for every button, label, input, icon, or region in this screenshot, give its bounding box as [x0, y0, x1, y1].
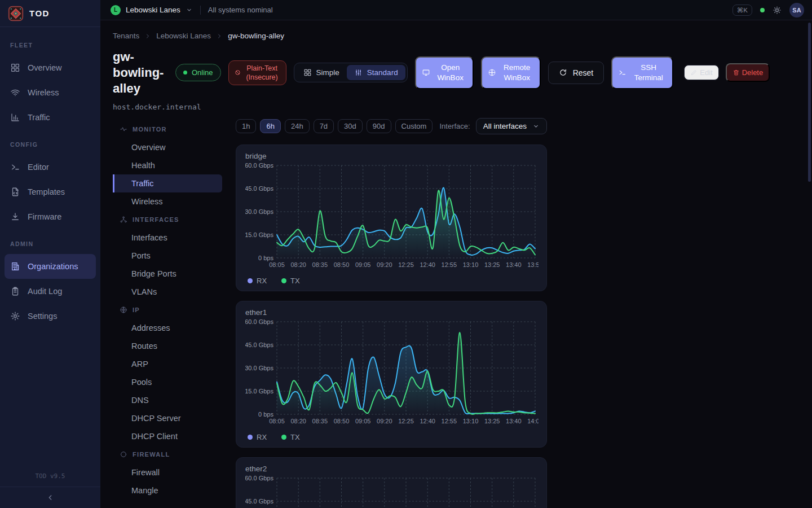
- theme-toggle-button[interactable]: [773, 6, 782, 15]
- legend-rx-dot-icon: [248, 435, 253, 440]
- svg-text:08:20: 08:20: [290, 261, 306, 268]
- device-nav-item-dhcp-server[interactable]: DHCP Server: [113, 409, 222, 427]
- sidebar-item-audit-log[interactable]: Audit Log: [5, 279, 96, 304]
- ssh-terminal-button[interactable]: SSH Terminal: [611, 56, 673, 89]
- time-range-30d[interactable]: 30d: [338, 119, 363, 133]
- rug-logo-icon: [8, 6, 24, 21]
- online-dot-icon: [183, 71, 187, 75]
- app-name: TOD: [29, 8, 50, 18]
- time-range-24h[interactable]: 24h: [285, 119, 310, 133]
- chart-title: ether2: [245, 465, 537, 473]
- svg-text:08:05: 08:05: [269, 418, 285, 424]
- device-nav-item-traffic[interactable]: Traffic: [113, 174, 222, 192]
- remote-winbox-label: Remote WinBox: [500, 63, 534, 83]
- sidebar-item-traffic[interactable]: Traffic: [5, 105, 96, 130]
- sidebar-item-templates[interactable]: Templates: [5, 179, 96, 204]
- grid-icon: [303, 68, 312, 77]
- chart-legend: RXTX: [245, 277, 537, 285]
- device-nav-item-bridge-ports[interactable]: Bridge Ports: [113, 265, 222, 283]
- sidebar-collapse-button[interactable]: [0, 487, 100, 508]
- command-palette-shortcut[interactable]: ⌘K: [732, 5, 752, 16]
- sidebar-item-firmware[interactable]: Firmware: [5, 204, 96, 229]
- sliders-icon: [354, 68, 363, 77]
- view-mode-simple[interactable]: Simple: [296, 65, 347, 80]
- interface-select[interactable]: All interfaces: [476, 118, 547, 134]
- trash-icon: [732, 69, 740, 76]
- time-range-7d[interactable]: 7d: [314, 119, 334, 133]
- open-winbox-button[interactable]: Open WinBox: [415, 56, 474, 89]
- topbar: L Lebowski Lanes All systems nominal ⌘K …: [100, 0, 812, 20]
- device-nav-item-addresses[interactable]: Addresses: [113, 319, 222, 337]
- remote-winbox-button[interactable]: Remote WinBox: [481, 56, 541, 89]
- breadcrumb-tenant[interactable]: Lebowski Lanes: [156, 32, 211, 40]
- time-range-custom[interactable]: Custom: [395, 119, 433, 133]
- chart-legend: RXTX: [245, 433, 537, 441]
- time-range-6h[interactable]: 6h: [260, 119, 280, 133]
- time-range-1h[interactable]: 1h: [236, 119, 256, 133]
- device-nav-item-firewall[interactable]: Firewall: [113, 463, 222, 481]
- device-nav-item-wireless[interactable]: Wireless: [113, 192, 222, 211]
- svg-text:15.0 Gbps: 15.0 Gbps: [245, 387, 273, 394]
- sidebar-item-overview[interactable]: Overview: [5, 55, 96, 80]
- svg-text:09:20: 09:20: [377, 261, 392, 268]
- device-nav-item-arp[interactable]: ARP: [113, 355, 222, 373]
- device-nav-item-ports[interactable]: Ports: [113, 247, 222, 265]
- system-status-text: All systems nominal: [208, 6, 273, 14]
- breadcrumb-tenants[interactable]: Tenants: [113, 32, 139, 40]
- chevron-down-icon: [186, 6, 193, 14]
- tenant-name: Lebowski Lanes: [126, 6, 180, 14]
- sidebar-item-wireless[interactable]: Wireless: [5, 80, 96, 105]
- insecure-warning-badge: Plain-Text (Insecure): [228, 60, 286, 86]
- device-header: gw-bowling-alley Online Plain-Text (Inse…: [113, 49, 800, 97]
- time-range-90d[interactable]: 90d: [367, 119, 391, 133]
- device-nav-item-overview[interactable]: Overview: [113, 138, 222, 156]
- sidebar-item-label: Firmware: [28, 212, 61, 221]
- sidebar-item-organizations[interactable]: Organizations: [5, 254, 96, 279]
- device-body: MONITOROverviewHealthTrafficWirelessINTE…: [113, 118, 800, 508]
- online-status-badge: Online: [175, 64, 221, 81]
- svg-text:12:55: 12:55: [442, 261, 457, 268]
- svg-text:09:20: 09:20: [377, 418, 392, 424]
- chart-ether1: 60.0 Gbps45.0 Gbps30.0 Gbps15.0 Gbps0 bp…: [245, 318, 539, 431]
- edit-button[interactable]: Edit: [684, 65, 718, 80]
- building-icon: [10, 261, 20, 271]
- sidebar-item-editor[interactable]: Editor: [5, 155, 96, 179]
- svg-text:60.0 Gbps: 60.0 Gbps: [245, 318, 273, 325]
- chevron-left-icon: [46, 493, 55, 502]
- sidebar-item-settings[interactable]: Settings: [5, 304, 96, 329]
- device-nav-item-routes[interactable]: Routes: [113, 337, 222, 355]
- legend-tx: TX: [281, 433, 300, 441]
- view-mode-standard-label: Standard: [367, 68, 398, 77]
- device-nav-item-pools[interactable]: Pools: [113, 373, 222, 391]
- view-mode-standard[interactable]: Standard: [347, 65, 405, 80]
- device-nav-item-vlans[interactable]: VLANs: [113, 283, 222, 301]
- device-nav-section-monitor: MONITOR: [113, 120, 222, 138]
- sidebar-section-admin: ADMIN: [0, 229, 100, 254]
- svg-text:13:40: 13:40: [506, 418, 522, 424]
- svg-text:08:05: 08:05: [269, 261, 285, 268]
- page-scrollbar[interactable]: [808, 23, 811, 182]
- device-nav-item-dns[interactable]: DNS: [113, 391, 222, 409]
- device-nav-item-interfaces[interactable]: Interfaces: [113, 229, 222, 247]
- svg-text:13:40: 13:40: [506, 261, 522, 268]
- globe-icon: [488, 68, 496, 77]
- device-nav-item-health[interactable]: Health: [113, 156, 222, 174]
- chevron-right-icon: [144, 33, 151, 40]
- svg-text:09:05: 09:05: [355, 261, 371, 268]
- terminal-icon: [10, 162, 20, 172]
- interface-select-value: All interfaces: [483, 122, 527, 130]
- svg-text:60.0 Gbps: 60.0 Gbps: [245, 474, 273, 481]
- sidebar-item-label: Settings: [28, 312, 57, 321]
- device-nav-item-dhcp-client[interactable]: DHCP Client: [113, 427, 222, 445]
- user-avatar[interactable]: SA: [789, 3, 804, 17]
- chart-title: bridge: [245, 152, 537, 160]
- device-nav-item-mangle[interactable]: Mangle: [113, 481, 222, 500]
- svg-text:0 bps: 0 bps: [258, 410, 273, 417]
- reset-button[interactable]: Reset: [548, 62, 604, 84]
- lock-slash-icon: [235, 69, 241, 76]
- delete-button[interactable]: Delete: [726, 63, 770, 82]
- tenant-selector[interactable]: L Lebowski Lanes: [111, 5, 193, 15]
- svg-text:60.0 Gbps: 60.0 Gbps: [245, 161, 273, 168]
- reset-label: Reset: [573, 68, 594, 77]
- main-area: L Lebowski Lanes All systems nominal ⌘K …: [100, 0, 812, 508]
